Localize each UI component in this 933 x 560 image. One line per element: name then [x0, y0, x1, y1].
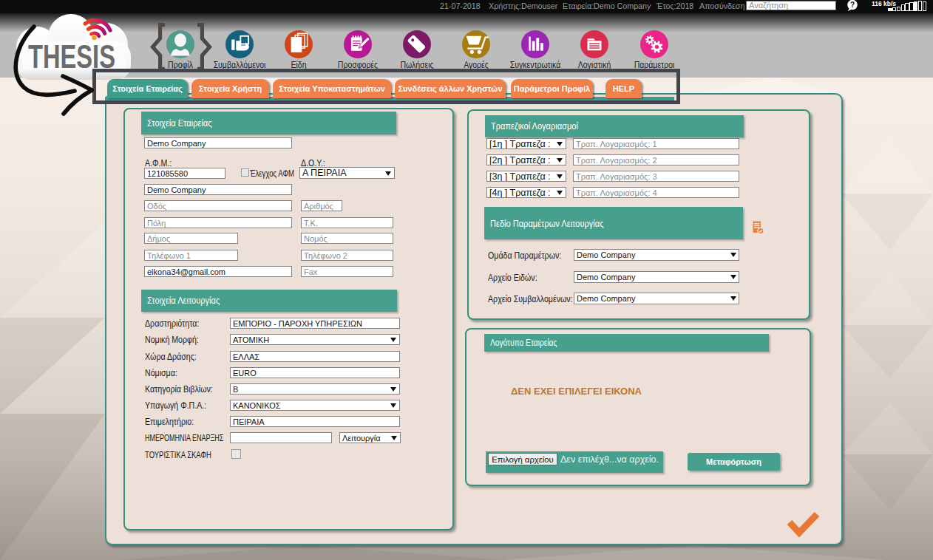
svg-text:?: ? — [850, 1, 855, 9]
